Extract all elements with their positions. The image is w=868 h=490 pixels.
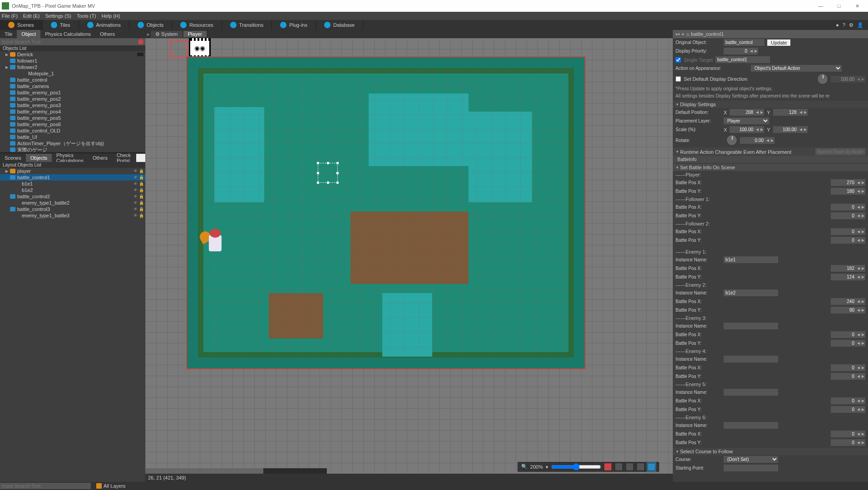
- tree-row[interactable]: 実際のゲージ: [0, 147, 145, 152]
- default-pos-y[interactable]: [775, 109, 799, 116]
- tree-row[interactable]: battle_enemy_pos4: [0, 108, 145, 115]
- lock-icon[interactable]: 🔒: [139, 188, 143, 192]
- tree-row[interactable]: battle_enemy_pos6: [0, 121, 145, 127]
- tab-scenes[interactable]: Scenes: [0, 20, 43, 30]
- direction-knob[interactable]: [817, 74, 828, 84]
- stepper-right-icon[interactable]: ▶: [754, 49, 758, 53]
- tree-row[interactable]: battle_camera: [0, 83, 145, 89]
- gear-icon[interactable]: ⚙: [849, 22, 853, 28]
- player-bx-field[interactable]: [833, 179, 856, 186]
- lock-icon[interactable]: 🔒: [139, 194, 143, 199]
- single-target-checkbox[interactable]: [676, 57, 681, 63]
- breadcrumb-add-icon[interactable]: +: [681, 31, 684, 37]
- subtab-others[interactable]: Others: [95, 30, 119, 38]
- tool-snap-icon[interactable]: [615, 463, 623, 471]
- tab-animations[interactable]: Animations: [79, 20, 129, 30]
- breadcrumb-back-icon[interactable]: ↤: [676, 31, 680, 37]
- e4-by-field[interactable]: [833, 373, 856, 380]
- tab-database[interactable]: Database: [316, 20, 363, 30]
- tree-row[interactable]: battle_control_OLD: [0, 127, 145, 134]
- lock-icon[interactable]: 🔒: [139, 181, 143, 186]
- tree-row[interactable]: b1e2👁🔒: [0, 187, 145, 193]
- section-course[interactable]: ▼Select Course to Follow: [673, 448, 868, 455]
- tree-row[interactable]: battle_UI: [0, 134, 145, 140]
- tree-row[interactable]: enemy_type1_battle3👁🔒: [0, 212, 145, 219]
- f2-by-field[interactable]: [833, 237, 856, 244]
- tilemap[interactable]: [186, 56, 586, 369]
- e6-name-field[interactable]: [724, 422, 778, 429]
- tree-row[interactable]: battle_enemy_pos5: [0, 115, 145, 121]
- tab-transitions[interactable]: Transitions: [222, 20, 272, 30]
- object-search-input[interactable]: [0, 39, 136, 44]
- layout-tree[interactable]: ▶player👁🔒battle_control1👁🔒b1e1👁🔒b1e2👁🔒ba…: [0, 168, 145, 482]
- runtime-filter[interactable]: [815, 148, 865, 155]
- display-priority-field[interactable]: [725, 48, 749, 54]
- canvas-arrow-icon[interactable]: ▸: [147, 31, 150, 37]
- tab-tiles[interactable]: Tiles: [43, 20, 79, 30]
- tool-visibility-icon[interactable]: [647, 463, 656, 471]
- visibility-icon[interactable]: 👁: [133, 201, 138, 205]
- visibility-icon[interactable]: 👁: [133, 207, 138, 211]
- tree-row[interactable]: Molepole_1: [0, 70, 145, 77]
- update-button[interactable]: Update: [767, 39, 790, 46]
- default-pos-x[interactable]: [731, 109, 755, 116]
- battleinfo-label[interactable]: BattleInfo: [673, 156, 868, 163]
- section-display-settings[interactable]: ▼Display Settings: [673, 101, 868, 108]
- section-set-battle[interactable]: ▼Set Battle Info On Scene: [673, 164, 868, 171]
- tree-row[interactable]: battle_enemy_pos2: [0, 96, 145, 102]
- tool-record-icon[interactable]: [604, 463, 612, 471]
- zoom-down-icon[interactable]: ▾: [546, 464, 548, 470]
- tool-grid-icon[interactable]: [626, 463, 634, 471]
- tree-row[interactable]: battle_control1👁🔒: [0, 174, 145, 181]
- maximize-button[interactable]: □: [830, 3, 848, 9]
- all-layers-button[interactable]: All Layers: [93, 483, 129, 489]
- tree-row[interactable]: battle_enemy_pos3: [0, 102, 145, 108]
- canvas-tab-system[interactable]: ⚙ System: [151, 31, 182, 38]
- e5-by-field[interactable]: [833, 406, 856, 413]
- single-target-field[interactable]: [715, 56, 770, 63]
- tree-row[interactable]: battle_enemy_pos1: [0, 89, 145, 96]
- visibility-icon[interactable]: 👁: [133, 181, 138, 186]
- e6-bx-field[interactable]: [833, 431, 856, 437]
- section-runtime-action[interactable]: ▼Runtime Action Changeable Even After Pl…: [673, 147, 868, 156]
- set-default-dir-checkbox[interactable]: [676, 76, 681, 82]
- visibility-icon[interactable]: 👁: [133, 213, 138, 218]
- orig-object-field[interactable]: [724, 39, 764, 46]
- canvas-tab-player[interactable]: Player: [183, 31, 207, 37]
- lock-icon[interactable]: 🔒: [139, 175, 143, 180]
- bottom-search-input[interactable]: [0, 483, 91, 489]
- lock-icon[interactable]: 🔒: [139, 169, 143, 173]
- subtab2-objects[interactable]: Objects: [26, 154, 52, 162]
- scale-y[interactable]: [775, 126, 799, 133]
- scale-x[interactable]: [731, 126, 755, 133]
- e5-bx-field[interactable]: [833, 397, 856, 404]
- tree-row[interactable]: follower1: [0, 58, 145, 64]
- zoom-slider[interactable]: [551, 463, 601, 470]
- breadcrumb-home-icon[interactable]: ⌂: [686, 31, 689, 37]
- minimize-button[interactable]: —: [812, 3, 830, 9]
- tree-row[interactable]: battle_control3👁🔒: [0, 206, 145, 212]
- menu-settings[interactable]: Settings (S): [45, 13, 71, 19]
- e1-name-field[interactable]: [724, 256, 778, 263]
- menu-help[interactable]: Help (H): [102, 13, 120, 19]
- placement-layer-select[interactable]: Player: [724, 118, 769, 124]
- menu-tools[interactable]: Tools (T): [77, 13, 96, 19]
- tool-layers-icon[interactable]: [636, 463, 645, 471]
- visibility-icon[interactable]: 👁: [133, 188, 138, 192]
- visibility-icon[interactable]: 👁: [133, 194, 138, 199]
- close-button[interactable]: ✕: [848, 3, 866, 9]
- help-icon[interactable]: ?: [843, 22, 845, 28]
- tree-row[interactable]: ▶follower2: [0, 64, 145, 70]
- course-select[interactable]: (Don't Set): [724, 456, 778, 463]
- tree-row[interactable]: ActionTimer_Player（ゲージを出すobj): [0, 140, 145, 147]
- e2-by-field[interactable]: [833, 307, 856, 314]
- subtab2-others[interactable]: Others: [88, 154, 112, 162]
- stepper-left-icon[interactable]: ◀: [749, 49, 754, 53]
- e4-bx-field[interactable]: [833, 364, 856, 371]
- player-sprite[interactable]: [204, 229, 226, 256]
- f2-bx-field[interactable]: [833, 228, 856, 235]
- lock-icon[interactable]: 🔒: [139, 213, 143, 218]
- rotate-knob[interactable]: [726, 135, 737, 146]
- lock-icon[interactable]: 🔒: [139, 207, 143, 211]
- tab-plugins[interactable]: Plug-ins: [272, 20, 316, 30]
